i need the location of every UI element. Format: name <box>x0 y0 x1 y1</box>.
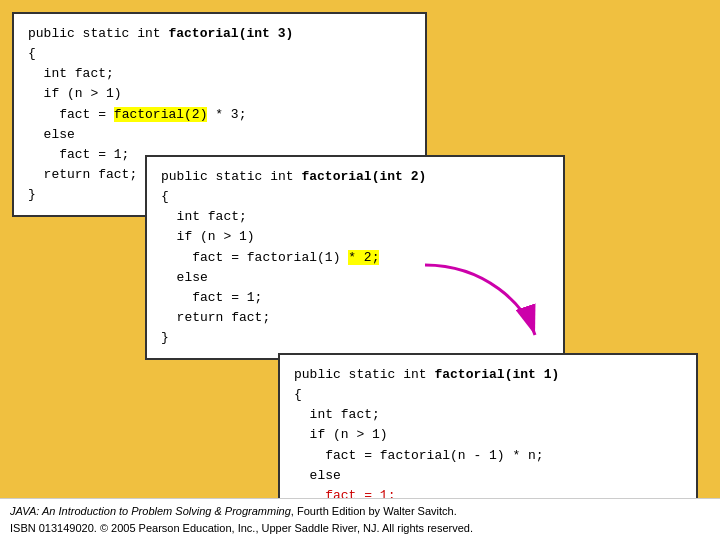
box3-line4: fact = factorial(n - 1) * n; <box>294 446 682 466</box>
box2-line4: fact = factorial(1) * 2; <box>161 248 549 268</box>
box3-bold: factorial(int 1) <box>434 367 559 382</box>
box2-line1: { <box>161 187 549 207</box>
box3-line3: if (n > 1) <box>294 425 682 445</box>
footer-italic: JAVA: An Introduction to Problem Solving… <box>10 505 291 517</box>
box2-line5: else <box>161 268 549 288</box>
box1-line4: fact = factorial(2) * 3; <box>28 105 411 125</box>
box1-line3: if (n > 1) <box>28 84 411 104</box>
box2-bold: factorial(int 2) <box>301 169 426 184</box>
box2-highlight: * 2; <box>348 250 379 265</box>
box2-line7: return fact; <box>161 308 549 328</box>
box1-line2: int fact; <box>28 64 411 84</box>
box3-title: public static int factorial(int 1) <box>294 365 682 385</box>
footer: JAVA: An Introduction to Problem Solving… <box>0 498 720 540</box>
code-box-2: public static int factorial(int 2) { int… <box>145 155 565 360</box>
box2-line3: if (n > 1) <box>161 227 549 247</box>
box2-line6: fact = 1; <box>161 288 549 308</box>
box3-line5: else <box>294 466 682 486</box>
box1-bold: factorial(int 3) <box>168 26 293 41</box>
box2-line2: int fact; <box>161 207 549 227</box>
box3-line2: int fact; <box>294 405 682 425</box>
box1-line5: else <box>28 125 411 145</box>
box2-title: public static int factorial(int 2) <box>161 167 549 187</box>
footer-rest1: , Fourth Edition by Walter Savitch. <box>291 505 457 517</box>
footer-line2: ISBN 013149020. © 2005 Pearson Education… <box>10 520 710 537</box>
box2-line8: } <box>161 328 549 348</box>
box1-line1: { <box>28 44 411 64</box>
footer-line1: JAVA: An Introduction to Problem Solving… <box>10 503 710 520</box>
box1-highlight: factorial(2) <box>114 107 208 122</box>
box1-title: public static int factorial(int 3) <box>28 24 411 44</box>
box3-line1: { <box>294 385 682 405</box>
